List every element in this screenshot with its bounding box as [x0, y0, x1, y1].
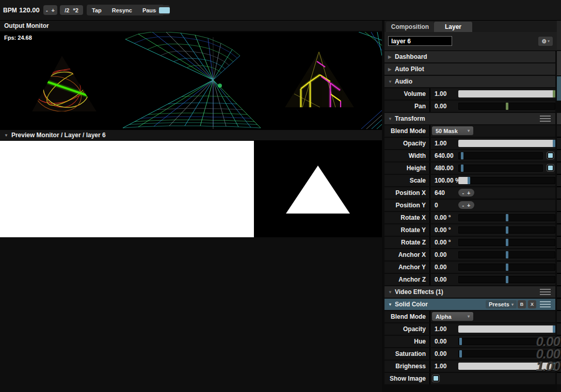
bypass-button[interactable]: B: [518, 300, 526, 308]
stepper-minus[interactable]: -: [462, 190, 464, 196]
collapse-arrow-icon[interactable]: ▶: [388, 67, 395, 72]
bpm-div-mul-button[interactable]: /2 *2: [60, 5, 83, 15]
param-value[interactable]: 0.00: [435, 262, 446, 273]
slider-handle[interactable]: [506, 276, 508, 283]
slider-handle[interactable]: [506, 103, 508, 110]
column-divider: [429, 262, 430, 273]
param-value[interactable]: 1.00: [435, 88, 446, 100]
empty-workspace: [0, 237, 382, 392]
expand-arrow-icon[interactable]: ▼: [388, 290, 395, 295]
param-value[interactable]: 0.00: [435, 101, 446, 112]
param-slider[interactable]: [458, 165, 543, 172]
param-value[interactable]: 0.00 °: [435, 224, 451, 236]
section-header-auto-pilot[interactable]: ▶Auto Pilot: [384, 63, 555, 75]
param-value[interactable]: 1.00: [435, 361, 446, 372]
param-value[interactable]: 0.00: [435, 274, 446, 285]
layer-name-input[interactable]: [388, 36, 452, 46]
param-value[interactable]: 0: [435, 200, 438, 211]
param-slider[interactable]: [458, 264, 555, 271]
tab-composition[interactable]: Composition: [386, 22, 434, 32]
bpm-minus[interactable]: -: [46, 7, 48, 13]
section-header-audio[interactable]: ▼Audio: [384, 76, 555, 87]
slider-handle[interactable]: [506, 214, 508, 221]
param-slider[interactable]: [458, 251, 555, 258]
section-title: Auto Pilot: [395, 66, 424, 73]
menu-icon[interactable]: [540, 289, 551, 295]
param-slider[interactable]: [458, 325, 555, 333]
param-slider[interactable]: [458, 90, 555, 97]
presets-dropdown[interactable]: Presets▾: [486, 300, 517, 308]
param-label: Show Image: [384, 373, 429, 384]
slider-handle[interactable]: [468, 177, 470, 184]
param-slider[interactable]: [458, 103, 555, 110]
param-slider[interactable]: [458, 226, 555, 234]
slider-handle[interactable]: [506, 264, 508, 271]
slider-fill: [458, 140, 555, 147]
param-value[interactable]: 0.00: [435, 336, 446, 347]
blend-mode-dropdown[interactable]: 50 Mask▾: [432, 126, 473, 135]
param-slider[interactable]: [458, 177, 555, 184]
slider-handle[interactable]: [459, 350, 462, 357]
column-divider: [429, 187, 430, 199]
slider-handle[interactable]: [461, 152, 463, 159]
bpm-value[interactable]: 120.00: [19, 6, 40, 14]
param-value[interactable]: 0.00 °: [435, 212, 451, 223]
section-header-solid-color[interactable]: ▼Solid ColorPresets▾BX: [384, 299, 555, 310]
value-stepper[interactable]: -+: [458, 189, 474, 197]
metronome-toggle-button[interactable]: [156, 5, 170, 15]
param-slider[interactable]: [458, 276, 555, 283]
value-stepper[interactable]: -+: [458, 201, 474, 209]
slider-handle[interactable]: [506, 239, 508, 246]
param-value[interactable]: 0.00 °: [435, 237, 451, 248]
layer-settings-button[interactable]: ⚙ ▾: [538, 37, 553, 46]
link-checkbox[interactable]: [547, 152, 554, 159]
expand-arrow-icon[interactable]: ▼: [388, 302, 395, 307]
expand-arrow-icon[interactable]: ▼: [388, 117, 395, 121]
param-value[interactable]: 0.00: [435, 249, 446, 260]
link-checkbox[interactable]: [547, 165, 554, 171]
param-slider[interactable]: [458, 152, 543, 159]
bpm-plus[interactable]: +: [52, 7, 55, 13]
param-value[interactable]: 1.00: [435, 323, 446, 335]
bpm-step-button[interactable]: - +: [43, 5, 57, 15]
blend-mode-dropdown[interactable]: Alpha▾: [432, 312, 473, 321]
param-value[interactable]: 0.00: [435, 348, 446, 360]
param-slider[interactable]: [458, 214, 555, 221]
param-value[interactable]: 1.00: [435, 138, 446, 149]
slider-handle[interactable]: [459, 338, 462, 345]
param-slider[interactable]: [458, 140, 555, 147]
stepper-minus[interactable]: -: [462, 202, 464, 208]
slider-handle[interactable]: [553, 140, 555, 147]
param-value[interactable]: 480.00: [435, 162, 454, 174]
param-value[interactable]: 640.00: [435, 150, 454, 161]
param-value[interactable]: 100.00 %: [435, 175, 461, 186]
stepper-plus[interactable]: +: [467, 190, 470, 196]
param-label: Scale: [384, 175, 429, 186]
tab-layer[interactable]: Layer: [434, 22, 472, 32]
collapse-arrow-icon[interactable]: ▶: [388, 55, 395, 59]
bpm-label: BPM: [3, 7, 17, 14]
param-value[interactable]: 640: [435, 187, 445, 199]
expand-arrow-icon[interactable]: ▼: [388, 79, 395, 84]
show-image-checkbox[interactable]: [432, 375, 439, 382]
dropdown-arrow-icon: ▾: [511, 302, 514, 307]
stepper-plus[interactable]: +: [467, 202, 470, 208]
menu-icon[interactable]: [540, 116, 551, 122]
slider-handle[interactable]: [506, 226, 508, 234]
bpm-half[interactable]: /2: [65, 7, 69, 13]
menu-icon[interactable]: [540, 301, 551, 307]
resync-button[interactable]: Resync: [107, 7, 137, 13]
section-header-dashboard[interactable]: ▶Dashboard: [384, 51, 555, 62]
section-header-transform[interactable]: ▼Transform: [384, 113, 555, 124]
fps-counter: Fps: 24.68: [4, 35, 32, 41]
param-slider[interactable]: [458, 239, 555, 246]
slider-handle[interactable]: [553, 325, 555, 333]
section-header-video-effects-1-[interactable]: ▼Video Effects (1): [384, 286, 555, 298]
preview-collapse-icon[interactable]: ▼: [4, 133, 8, 138]
slider-handle[interactable]: [461, 165, 463, 172]
tap-button[interactable]: Tap: [87, 7, 107, 13]
remove-effect-button[interactable]: X: [528, 300, 536, 308]
slider-handle[interactable]: [553, 90, 555, 97]
slider-handle[interactable]: [506, 251, 508, 258]
bpm-double[interactable]: *2: [73, 7, 78, 13]
